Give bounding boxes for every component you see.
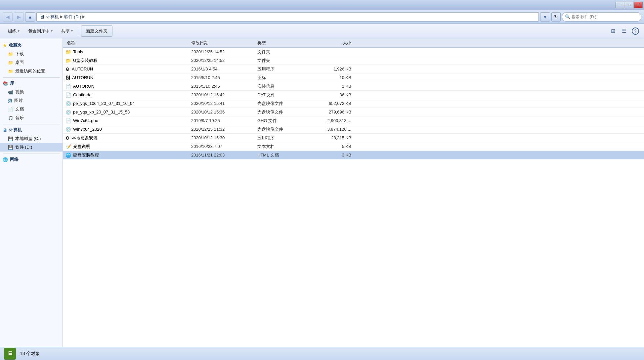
new-folder-button[interactable]: 新建文件夹 [81,25,112,37]
table-row[interactable]: ⚙AUTORUN2016/1/8 4:54应用程序1,926 KB [63,65,644,73]
file-name-label: AUTORUN [72,67,93,71]
sidebar-divider-3 [3,154,60,154]
favorites-group[interactable]: ★ 收藏夹 [0,41,63,50]
network-group[interactable]: 🌐 网络 [0,155,63,164]
recent-label: 最近访问的位置 [15,68,45,74]
file-type-cell: 文件夹 [255,58,308,64]
file-name-label: Win7x64.gho [73,118,98,123]
maximize-button[interactable]: □ [625,2,633,8]
col-header-date[interactable]: 修改日期 [189,40,255,46]
file-name-cell: 💿pe_yqs_xp_20_07_31_15_53 [63,110,189,115]
computer-group[interactable]: 🖥 计算机 [0,126,63,134]
file-date-cell: 2016/1/8 4:54 [189,67,255,71]
sidebar-item-downloads[interactable]: 📁 下载 [0,50,63,58]
table-row[interactable]: 📁U盘安装教程2020/12/25 14:52文件夹 [63,56,644,65]
table-row[interactable]: 📄Win7x64.gho2019/9/7 19:25GHO 文件2,900,81… [63,116,644,125]
col-header-name[interactable]: 名称 [63,40,189,46]
file-icon: 🖼 [65,75,70,80]
file-date-cell: 2020/12/25 14:52 [189,49,255,54]
file-size-cell: 1 KB [308,84,354,89]
library-group[interactable]: 📚 库 [0,79,63,88]
forward-icon: ▶ [17,14,21,20]
network-section: 🌐 网络 [0,155,63,164]
close-button[interactable]: ✕ [634,2,643,8]
file-name-label: pe_yqs_xp_20_07_31_15_53 [73,110,130,114]
table-row[interactable]: 📄AUTORUN2015/5/10 2:45安装信息1 KB [63,82,644,91]
table-row[interactable]: 💿pe_yqs_1064_20_07_31_16_042020/10/12 15… [63,99,644,108]
include-library-button[interactable]: 包含到库中 ▾ [24,25,57,37]
table-row[interactable]: 🖼AUTORUN2015/5/10 2:45图标10 KB [63,73,644,82]
file-name-cell: ⚙本地硬盘安装 [63,135,189,141]
file-size-cell: 5 KB [308,144,354,149]
search-box[interactable]: 🔍 [562,12,641,22]
network-label: 网络 [10,157,19,162]
table-row[interactable]: 📁Tools2020/12/25 14:52文件夹 [63,48,644,56]
file-date-cell: 2019/9/7 19:25 [189,118,255,123]
sidebar-item-desktop[interactable]: 📁 桌面 [0,58,63,67]
sidebar-item-video[interactable]: 📹 视频 [0,88,63,96]
table-row[interactable]: 💿Win7x64_20202020/12/25 11:32光盘映像文件3,874… [63,125,644,134]
refresh-button[interactable]: ↻ [551,12,561,22]
refresh-icon: ↻ [554,14,558,20]
col-header-size[interactable]: 大小 [308,40,354,46]
file-icon: 📄 [65,118,71,123]
table-row[interactable]: 💿pe_yqs_xp_20_07_31_15_532020/10/12 15:3… [63,108,644,116]
file-size-cell: 36 KB [308,92,354,97]
file-type-cell: 文本文档 [255,144,308,150]
table-row[interactable]: 📝光盘说明2016/10/23 7:07文本文档5 KB [63,142,644,151]
file-size-cell: 28,315 KB [308,135,354,140]
details-icon: ☰ [622,28,626,34]
address-dropdown-button[interactable]: ▼ [540,12,550,22]
local-c-label: 本地磁盘 (C:) [15,136,41,142]
file-name-cell: 📄Win7x64.gho [63,118,189,123]
file-name-label: U盘安装教程 [73,58,98,64]
file-name-cell: 📁U盘安装教程 [63,58,189,64]
minimize-button[interactable]: ─ [616,2,624,8]
up-button[interactable]: ▲ [25,12,35,22]
forward-button[interactable]: ▶ [14,12,24,22]
file-size-cell: 2,900,813 ... [308,118,354,123]
address-path[interactable]: 🖥 计算机 ▶ 软件 (D:) ▶ [36,12,539,22]
sidebar-item-software-d[interactable]: 💾 软件 (D:) [0,143,63,152]
sidebar-item-recent[interactable]: 📁 最近访问的位置 [0,67,63,75]
file-name-label: AUTORUN [73,84,94,89]
file-name-label: 光盘说明 [73,144,90,150]
file-name-label: Win7x64_2020 [73,127,102,132]
file-icon: 📁 [65,49,71,55]
column-header: 名称 修改日期 类型 大小 [63,38,644,48]
sidebar-item-docs[interactable]: 📄 文档 [0,105,63,113]
file-size-cell: 652,072 KB [308,101,354,106]
file-date-cell: 2020/10/12 15:30 [189,135,255,140]
table-row[interactable]: ⚙本地硬盘安装2020/10/12 15:30应用程序28,315 KB [63,134,644,142]
computer-sidebar-icon: 🖥 [3,128,7,133]
table-row[interactable]: 📄Config.dat2020/10/12 15:42DAT 文件36 KB [63,91,644,99]
file-name-cell: 📁Tools [63,49,189,55]
toolbar-separator [79,27,79,35]
view-toggle-button[interactable]: ⊞ [608,26,618,36]
network-icon: 🌐 [3,157,8,162]
organize-button[interactable]: 组织 ▾ [4,25,23,37]
search-input[interactable] [572,15,638,19]
help-button[interactable]: ? [631,26,640,36]
status-count: 13 个对象 [20,351,40,357]
sidebar-item-music[interactable]: 🎵 音乐 [0,113,63,122]
sidebar-item-local-c[interactable]: 💾 本地磁盘 (C:) [0,134,63,143]
sidebar: ★ 收藏夹 📁 下载 📁 桌面 📁 最近访问的位置 📚 库 [0,38,63,347]
back-button[interactable]: ◀ [3,12,13,22]
file-icon: 📄 [65,84,71,89]
images-label: 图片 [14,98,23,104]
file-name-cell: 📄AUTORUN [63,84,189,89]
table-row[interactable]: 🌐硬盘安装教程2016/11/21 22:03HTML 文档3 KB [63,151,644,159]
status-app-icon: 🖥 [4,348,16,360]
file-date-cell: 2016/10/23 7:07 [189,144,255,149]
video-label: 视频 [15,89,24,95]
share-button[interactable]: 共享 ▾ [57,25,77,37]
status-bar: 🖥 13 个对象 [0,347,644,360]
col-header-type[interactable]: 类型 [255,40,308,46]
sidebar-item-images[interactable]: 🖼 图片 [0,96,63,105]
view-details-button[interactable]: ☰ [620,26,629,36]
favorites-label: 收藏夹 [9,42,22,48]
path-sep-2: ▶ [82,15,85,19]
computer-icon: 🖥 [39,14,45,20]
organize-label: 组织 [8,28,17,34]
